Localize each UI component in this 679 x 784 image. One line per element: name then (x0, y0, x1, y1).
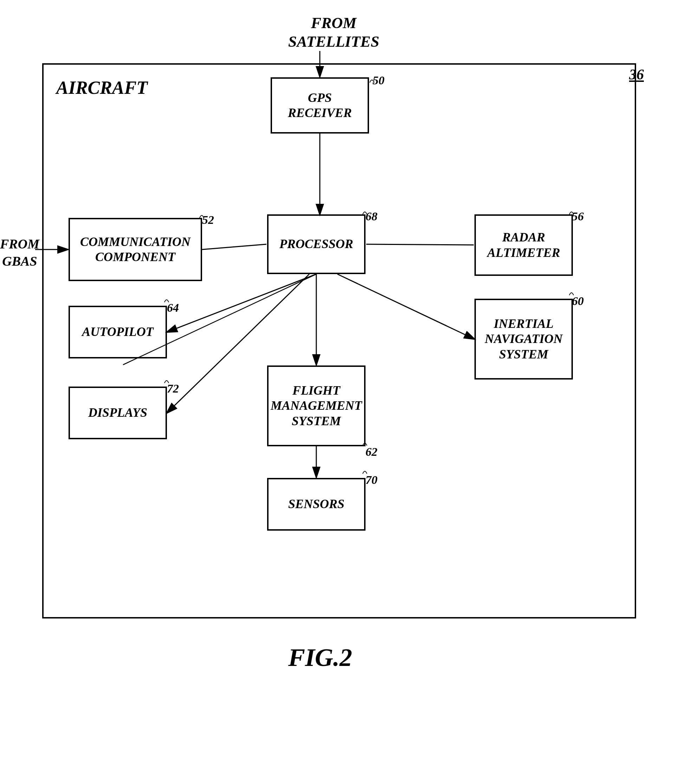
ins-box: INERTIAL NAVIGATION SYSTEM (474, 299, 573, 380)
gps-receiver-box: GPS RECEIVER (271, 77, 369, 133)
ref-64: 64 (167, 301, 179, 315)
ref-70: 70 (366, 473, 377, 487)
ref-56: 56 (572, 210, 584, 223)
ref-68: 68 (366, 210, 377, 223)
from-satellites-label: FROM SATELLITES (288, 14, 379, 51)
ref-72: 72 (167, 382, 179, 395)
processor-box: PROCESSOR (267, 214, 366, 274)
page: FROM SATELLITES FROM GBAS AIRCRAFT 36 GP… (0, 0, 679, 784)
ref-52: 52 (202, 213, 214, 227)
from-gbas-label: FROM GBAS (0, 235, 39, 270)
displays-box: DISPLAYS (69, 387, 167, 439)
radar-altimeter-box: RADAR ALTIMETER (474, 214, 573, 276)
comm-component-box: COMMUNICATION COMPONENT (69, 218, 202, 281)
fms-box: FLIGHT MANAGEMENT SYSTEM (267, 365, 366, 446)
aircraft-label: AIRCRAFT (56, 77, 148, 98)
ref-62: 62 (366, 445, 377, 459)
ref-36: 36 (629, 66, 644, 83)
autopilot-box: AUTOPILOT (69, 306, 167, 358)
ref-50: 50 (372, 74, 385, 87)
figure-label: FIG.2 (288, 643, 352, 672)
ref-60: 60 (572, 294, 584, 308)
sensors-box: SENSORS (267, 478, 366, 530)
